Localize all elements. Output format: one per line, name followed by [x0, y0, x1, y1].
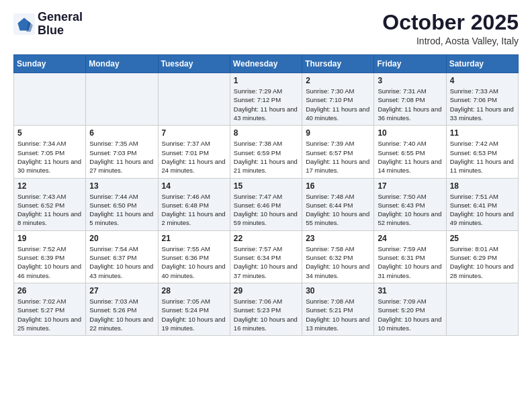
table-row: 15Sunrise: 7:47 AM Sunset: 6:46 PM Dayli… — [230, 178, 302, 230]
day-info: Sunrise: 7:43 AM Sunset: 6:52 PM Dayligh… — [17, 192, 82, 228]
table-row: 24Sunrise: 7:59 AM Sunset: 6:31 PM Dayli… — [374, 230, 446, 283]
logo-line2: Blue — [38, 24, 83, 38]
day-info: Sunrise: 7:50 AM Sunset: 6:43 PM Dayligh… — [378, 192, 442, 228]
table-row — [86, 73, 158, 126]
title-block: October 2025 Introd, Aosta Valley, Italy — [382, 11, 519, 46]
day-number: 31 — [378, 286, 442, 295]
day-number: 12 — [17, 181, 82, 191]
day-number: 17 — [378, 181, 442, 191]
table-row: 6Sunrise: 7:35 AM Sunset: 7:03 PM Daylig… — [86, 126, 158, 178]
table-row: 28Sunrise: 7:05 AM Sunset: 5:24 PM Dayli… — [158, 283, 230, 335]
col-saturday: Saturday — [446, 55, 518, 73]
day-number: 13 — [89, 181, 154, 191]
col-friday: Friday — [374, 55, 446, 73]
table-row — [446, 283, 518, 335]
day-number: 8 — [234, 128, 298, 138]
month-title: October 2025 — [382, 11, 519, 34]
table-row: 26Sunrise: 7:02 AM Sunset: 5:27 PM Dayli… — [14, 283, 86, 335]
table-row: 14Sunrise: 7:46 AM Sunset: 6:48 PM Dayli… — [158, 178, 230, 230]
day-number: 5 — [17, 128, 82, 138]
table-row: 7Sunrise: 7:37 AM Sunset: 7:01 PM Daylig… — [158, 126, 230, 178]
calendar-week-row: 19Sunrise: 7:52 AM Sunset: 6:39 PM Dayli… — [14, 230, 519, 283]
page: General Blue October 2025 Introd, Aosta … — [0, 0, 532, 342]
day-number: 24 — [378, 234, 442, 243]
table-row: 5Sunrise: 7:34 AM Sunset: 7:05 PM Daylig… — [14, 126, 86, 178]
table-row: 2Sunrise: 7:30 AM Sunset: 7:10 PM Daylig… — [302, 73, 374, 126]
day-info: Sunrise: 7:47 AM Sunset: 6:46 PM Dayligh… — [234, 192, 298, 228]
day-number: 18 — [450, 181, 515, 191]
table-row: 12Sunrise: 7:43 AM Sunset: 6:52 PM Dayli… — [14, 178, 86, 230]
day-number: 30 — [306, 286, 370, 295]
day-number: 27 — [89, 286, 154, 295]
table-row: 10Sunrise: 7:40 AM Sunset: 6:55 PM Dayli… — [374, 126, 446, 178]
day-info: Sunrise: 7:52 AM Sunset: 6:39 PM Dayligh… — [17, 244, 82, 280]
calendar-week-row: 26Sunrise: 7:02 AM Sunset: 5:27 PM Dayli… — [14, 283, 519, 335]
day-number: 9 — [306, 128, 370, 138]
day-info: Sunrise: 7:37 AM Sunset: 7:01 PM Dayligh… — [162, 139, 226, 175]
table-row: 31Sunrise: 7:09 AM Sunset: 5:20 PM Dayli… — [374, 283, 446, 335]
day-info: Sunrise: 7:05 AM Sunset: 5:24 PM Dayligh… — [162, 297, 226, 332]
table-row: 22Sunrise: 7:57 AM Sunset: 6:34 PM Dayli… — [230, 230, 302, 283]
col-monday: Monday — [86, 55, 158, 73]
table-row: 23Sunrise: 7:58 AM Sunset: 6:32 PM Dayli… — [302, 230, 374, 283]
day-info: Sunrise: 7:59 AM Sunset: 6:31 PM Dayligh… — [378, 244, 442, 280]
day-info: Sunrise: 7:44 AM Sunset: 6:50 PM Dayligh… — [89, 192, 154, 228]
day-info: Sunrise: 7:08 AM Sunset: 5:21 PM Dayligh… — [306, 297, 370, 332]
day-info: Sunrise: 7:03 AM Sunset: 5:26 PM Dayligh… — [89, 297, 154, 332]
day-number: 22 — [234, 234, 298, 243]
day-number: 7 — [162, 128, 226, 138]
day-number: 14 — [162, 181, 226, 191]
table-row: 25Sunrise: 8:01 AM Sunset: 6:29 PM Dayli… — [446, 230, 518, 283]
table-row: 29Sunrise: 7:06 AM Sunset: 5:23 PM Dayli… — [230, 283, 302, 335]
day-info: Sunrise: 7:48 AM Sunset: 6:44 PM Dayligh… — [306, 192, 370, 228]
day-info: Sunrise: 7:51 AM Sunset: 6:41 PM Dayligh… — [450, 192, 515, 228]
day-number: 10 — [378, 128, 442, 138]
day-info: Sunrise: 7:39 AM Sunset: 6:57 PM Dayligh… — [306, 139, 370, 175]
day-number: 11 — [450, 128, 515, 138]
day-info: Sunrise: 8:01 AM Sunset: 6:29 PM Dayligh… — [450, 244, 515, 280]
calendar-table: Sunday Monday Tuesday Wednesday Thursday… — [13, 54, 519, 336]
day-info: Sunrise: 7:58 AM Sunset: 6:32 PM Dayligh… — [306, 244, 370, 280]
day-number: 21 — [162, 234, 226, 243]
calendar-header-row: Sunday Monday Tuesday Wednesday Thursday… — [14, 55, 519, 73]
day-number: 25 — [450, 234, 515, 243]
logo-line1: General — [38, 11, 83, 24]
table-row: 20Sunrise: 7:54 AM Sunset: 6:37 PM Dayli… — [86, 230, 158, 283]
day-info: Sunrise: 7:54 AM Sunset: 6:37 PM Dayligh… — [89, 244, 154, 280]
day-number: 2 — [306, 76, 370, 85]
table-row — [14, 73, 86, 126]
day-number: 29 — [234, 286, 298, 295]
day-number: 26 — [17, 286, 82, 295]
day-info: Sunrise: 7:29 AM Sunset: 7:12 PM Dayligh… — [234, 87, 298, 122]
day-info: Sunrise: 7:40 AM Sunset: 6:55 PM Dayligh… — [378, 139, 442, 175]
day-number: 6 — [89, 128, 154, 138]
table-row: 16Sunrise: 7:48 AM Sunset: 6:44 PM Dayli… — [302, 178, 374, 230]
day-info: Sunrise: 7:30 AM Sunset: 7:10 PM Dayligh… — [306, 87, 370, 122]
table-row: 1Sunrise: 7:29 AM Sunset: 7:12 PM Daylig… — [230, 73, 302, 126]
table-row: 11Sunrise: 7:42 AM Sunset: 6:53 PM Dayli… — [446, 126, 518, 178]
day-number: 1 — [234, 76, 298, 85]
day-info: Sunrise: 7:35 AM Sunset: 7:03 PM Dayligh… — [89, 139, 154, 175]
table-row — [158, 73, 230, 126]
col-thursday: Thursday — [302, 55, 374, 73]
logo-icon — [13, 13, 35, 35]
calendar-week-row: 1Sunrise: 7:29 AM Sunset: 7:12 PM Daylig… — [14, 73, 519, 126]
table-row: 19Sunrise: 7:52 AM Sunset: 6:39 PM Dayli… — [14, 230, 86, 283]
day-info: Sunrise: 7:09 AM Sunset: 5:20 PM Dayligh… — [378, 297, 442, 332]
day-info: Sunrise: 7:34 AM Sunset: 7:05 PM Dayligh… — [17, 139, 82, 175]
table-row: 8Sunrise: 7:38 AM Sunset: 6:59 PM Daylig… — [230, 126, 302, 178]
calendar-week-row: 5Sunrise: 7:34 AM Sunset: 7:05 PM Daylig… — [14, 126, 519, 178]
calendar-week-row: 12Sunrise: 7:43 AM Sunset: 6:52 PM Dayli… — [14, 178, 519, 230]
day-info: Sunrise: 7:31 AM Sunset: 7:08 PM Dayligh… — [378, 87, 442, 122]
location: Introd, Aosta Valley, Italy — [382, 36, 519, 46]
day-info: Sunrise: 7:38 AM Sunset: 6:59 PM Dayligh… — [234, 139, 298, 175]
table-row: 18Sunrise: 7:51 AM Sunset: 6:41 PM Dayli… — [446, 178, 518, 230]
day-number: 19 — [17, 234, 82, 243]
table-row: 4Sunrise: 7:33 AM Sunset: 7:06 PM Daylig… — [446, 73, 518, 126]
day-info: Sunrise: 7:42 AM Sunset: 6:53 PM Dayligh… — [450, 139, 515, 175]
day-number: 28 — [162, 286, 226, 295]
day-number: 15 — [234, 181, 298, 191]
table-row: 30Sunrise: 7:08 AM Sunset: 5:21 PM Dayli… — [302, 283, 374, 335]
day-info: Sunrise: 7:02 AM Sunset: 5:27 PM Dayligh… — [17, 297, 82, 332]
day-number: 23 — [306, 234, 370, 243]
